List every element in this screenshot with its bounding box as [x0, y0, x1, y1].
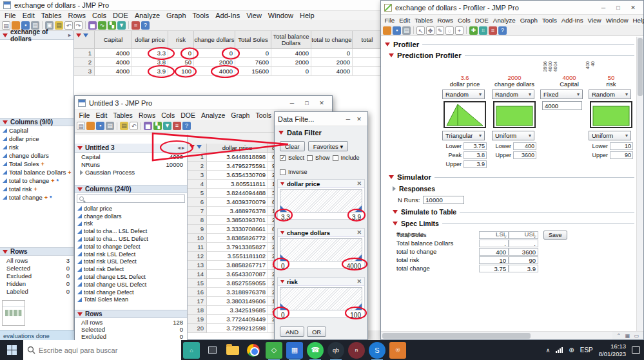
new-data-table-icon[interactable]: ▤	[2, 21, 10, 30]
red-triangle-menu-icon[interactable]	[280, 280, 284, 283]
row-number[interactable]: 11	[188, 243, 207, 252]
rows-panel-header[interactable]: Rows	[75, 310, 187, 318]
table-blue-triangle-icon[interactable]	[83, 33, 88, 37]
filter-group-header[interactable]: risk ✕	[278, 278, 364, 286]
column-list-item[interactable]: total change LSL Defect	[75, 273, 187, 281]
maximize-button[interactable]: □	[611, 1, 625, 14]
collapsed-triangle-icon[interactable]	[393, 186, 396, 191]
range-max-value[interactable]: 3.9	[352, 214, 361, 221]
usl-input[interactable]: 3600	[509, 248, 538, 256]
grid-corner-cell[interactable]	[188, 144, 207, 153]
row-stat[interactable]: Excluded 0	[75, 333, 187, 340]
scroll-up-icon[interactable]: ⌃	[617, 333, 621, 339]
column-header[interactable]: dollar price	[207, 144, 268, 153]
menu-item[interactable]: Add-Ins	[212, 12, 243, 19]
menu-item[interactable]: Tables	[110, 111, 135, 119]
row-number[interactable]: 4	[188, 180, 207, 189]
menu-item[interactable]: DOE	[473, 17, 491, 24]
profiler-outline[interactable]: Profiler	[385, 41, 634, 48]
print-icon[interactable]: ▤	[106, 122, 114, 130]
menu-item[interactable]: View	[243, 12, 265, 19]
column-list-item[interactable]: dollar price	[0, 135, 73, 143]
menu-item[interactable]: Edit	[93, 111, 110, 119]
row-number[interactable]: 7	[188, 207, 207, 216]
fixed-value-input[interactable]: 4000	[542, 101, 582, 110]
slider-max-handle[interactable]	[355, 205, 362, 212]
range-min-value[interactable]: 0	[281, 312, 285, 319]
param-input[interactable]: 400	[513, 142, 536, 150]
filter-titlebar[interactable]: Data Filte... ─ ✕	[275, 112, 367, 126]
range-max-value[interactable]: 100	[350, 312, 361, 319]
table-red-triangle-icon[interactable]	[190, 145, 195, 149]
menu-item[interactable]: Edit	[19, 12, 38, 19]
graph-builder-icon[interactable]: ▚	[153, 122, 162, 130]
save-icon[interactable]: ▪	[393, 26, 401, 35]
table-row[interactable]: 3 4000 3.9 100 4000 15600 0 4000	[74, 67, 380, 76]
distribution-dropdown[interactable]: Triangular	[442, 131, 485, 140]
maximize-button[interactable]: □	[300, 97, 314, 109]
menu-item[interactable]: Graph	[228, 111, 253, 119]
jmp-orange-icon[interactable]: ⍟	[389, 342, 406, 359]
menu-item[interactable]: Graph	[163, 12, 190, 19]
remove-filter-icon[interactable]: ✕	[356, 278, 362, 285]
nruns-input[interactable]: 10000	[423, 196, 464, 204]
paste-icon[interactable]: ▤	[120, 122, 128, 130]
param-input[interactable]: 3.9	[463, 160, 487, 168]
range-min-value[interactable]: 3.3	[281, 214, 290, 221]
column-header[interactable]: Total Soles	[235, 31, 271, 49]
horizontal-scrollbar[interactable]	[381, 331, 613, 339]
skype-icon[interactable]: S	[369, 342, 385, 359]
lsl-input[interactable]: 400	[479, 248, 509, 256]
row-number[interactable]: 12	[188, 252, 207, 261]
param-input[interactable]: 3.75	[463, 142, 487, 150]
lsl-input[interactable]: 10	[479, 256, 509, 264]
row-number[interactable]: 5	[188, 189, 207, 198]
taskbar-search[interactable]	[23, 340, 181, 360]
red-triangle-menu-icon[interactable]	[3, 33, 8, 37]
window-preview-thumbnail[interactable]	[2, 300, 25, 326]
menu-item[interactable]: Analyze	[491, 17, 518, 24]
slider-max-handle[interactable]	[355, 254, 362, 261]
param-input[interactable]: 90	[610, 151, 633, 159]
row-stat[interactable]: Selected 0	[0, 264, 73, 272]
outline-triangle-icon[interactable]	[389, 175, 394, 179]
untitled3-titlebar[interactable]: Untitled 3 - JMP Pro ─ □ ✕	[75, 96, 332, 110]
hand-tool-icon[interactable]: ✥	[426, 26, 434, 35]
profiler-titlebar[interactable]: exchange of dollars - Profiler - JMP Pro…	[381, 1, 643, 15]
red-triangle-menu-icon[interactable]	[77, 146, 83, 150]
menu-item[interactable]: View	[585, 17, 603, 24]
outline-triangle-icon[interactable]	[393, 222, 398, 225]
table-row[interactable]: 1 4000 3.3 0 0 0 4000 0	[74, 49, 380, 58]
slider-min-handle[interactable]	[280, 254, 287, 261]
param-input[interactable]: 3.8	[463, 151, 487, 159]
distribution-dropdown[interactable]: Uniform	[492, 131, 534, 140]
responses-outline[interactable]: Responses	[393, 185, 634, 193]
uniform-distribution-histogram[interactable]	[590, 101, 632, 128]
column-list-item[interactable]: risk	[0, 143, 73, 151]
column-header[interactable]: risk	[168, 31, 194, 49]
taskbar-clock[interactable]: 16:13 8/01/2023	[599, 343, 626, 358]
menu-item[interactable]: Cols	[456, 17, 473, 24]
spec-limits-outline[interactable]: Spec Limits	[393, 220, 634, 227]
file-explorer-icon[interactable]	[224, 342, 241, 359]
menu-item[interactable]: Rows	[135, 111, 158, 119]
red-triangle-menu-icon[interactable]	[3, 120, 8, 124]
menu-item[interactable]: File	[76, 111, 93, 119]
grid-corner-cell[interactable]	[74, 31, 95, 49]
red-triangle-menu-icon[interactable]	[77, 187, 83, 191]
row-number[interactable]: 15	[188, 279, 207, 288]
menu-item[interactable]: Help	[297, 12, 318, 19]
prediction-profiler-outline[interactable]: Prediction Profiler	[389, 52, 634, 59]
help-icon[interactable]: ?	[498, 26, 507, 35]
arrow-tool-icon[interactable]: ↖	[416, 26, 425, 35]
menu-item[interactable]: Tools	[190, 12, 213, 19]
outline-triangle-icon[interactable]	[385, 43, 390, 46]
favorites-button[interactable]: Favorites ▾	[308, 141, 349, 151]
row-number[interactable]: 17	[188, 297, 207, 306]
row-number[interactable]: 18	[188, 306, 207, 315]
menu-item[interactable]: Window	[603, 17, 630, 24]
column-list-item[interactable]: dollar price	[75, 205, 187, 213]
triangular-distribution-histogram[interactable]	[444, 101, 486, 128]
column-list-item[interactable]: total change + *	[0, 193, 73, 202]
data-filter-header[interactable]: Data Filter	[278, 129, 322, 137]
